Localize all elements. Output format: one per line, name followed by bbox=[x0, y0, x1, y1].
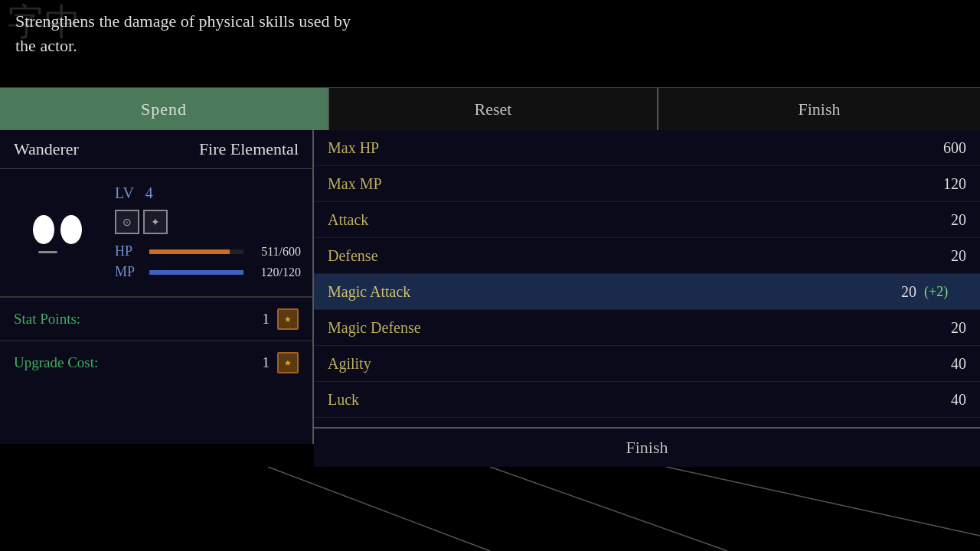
finish-bottom-button[interactable]: Finish bbox=[314, 429, 980, 467]
character-panel: Wanderer Fire Elemental LV 4 ⊙ ✦ bbox=[0, 130, 314, 444]
bg-decorative-lines bbox=[0, 467, 980, 551]
hp-bar-container bbox=[149, 249, 243, 254]
character-header: Wanderer Fire Elemental bbox=[0, 130, 312, 169]
hp-value: 511/600 bbox=[251, 245, 301, 259]
stat-label-6: Agility bbox=[328, 355, 936, 373]
stat-label-7: Luck bbox=[328, 391, 936, 409]
svg-line-0 bbox=[268, 467, 490, 551]
stat-label-0: Max HP bbox=[328, 139, 936, 157]
stat-value-2: 20 bbox=[936, 211, 966, 229]
character-body: LV 4 ⊙ ✦ HP 511/600 MP bbox=[0, 169, 312, 297]
lv-label: LV bbox=[115, 184, 134, 202]
stat-value-7: 40 bbox=[936, 391, 966, 409]
main-content: Wanderer Fire Elemental LV 4 ⊙ ✦ bbox=[0, 130, 980, 444]
lv-value: 4 bbox=[145, 184, 153, 202]
stat-row-agility[interactable]: Agility40 bbox=[314, 346, 980, 382]
stats-panel: Max HP600Max MP120Attack20Defense20Magic… bbox=[314, 130, 980, 444]
character-name: Wanderer bbox=[14, 139, 79, 159]
button-row: Spend Reset Finish bbox=[0, 88, 980, 130]
upgrade-cost-number: 1 bbox=[263, 354, 270, 371]
stat-label-4: Magic Attack bbox=[328, 283, 886, 301]
mp-bar-fill bbox=[149, 270, 243, 275]
character-stats-left: LV 4 ⊙ ✦ HP 511/600 MP bbox=[115, 181, 301, 285]
finish-top-button[interactable]: Finish bbox=[658, 88, 980, 130]
stat-row-magic-defense[interactable]: Magic Defense20 bbox=[314, 310, 980, 346]
mp-bar-container bbox=[149, 270, 243, 275]
stat-row-max-mp[interactable]: Max MP120 bbox=[314, 166, 980, 202]
hp-row: HP 511/600 bbox=[115, 243, 301, 259]
stat-value-4: 20 bbox=[886, 283, 916, 301]
icon-box-1[interactable]: ⊙ bbox=[115, 210, 139, 234]
sprite-eye-right bbox=[60, 215, 82, 244]
sprite-mouth bbox=[38, 251, 57, 253]
description-text: Strengthens the damage of physical skill… bbox=[15, 9, 965, 58]
stat-points-value: 1 ★ bbox=[263, 308, 299, 330]
hp-bar-fill bbox=[149, 249, 230, 254]
mp-label: MP bbox=[115, 264, 142, 280]
upgrade-cost-value: 1 ★ bbox=[263, 352, 299, 373]
character-sprite bbox=[11, 181, 103, 272]
stat-row-luck[interactable]: Luck40 bbox=[314, 382, 980, 418]
description-area: 字中 Strengthens the damage of physical sk… bbox=[0, 0, 980, 88]
stat-value-3: 20 bbox=[936, 247, 966, 265]
stat-value-1: 120 bbox=[936, 175, 966, 193]
mp-value: 120/120 bbox=[251, 266, 301, 279]
icon-box-2[interactable]: ✦ bbox=[143, 210, 168, 234]
svg-line-2 bbox=[666, 467, 980, 536]
stat-bonus-4: (+2) bbox=[924, 284, 966, 300]
hp-label: HP bbox=[115, 243, 142, 259]
stat-value-6: 40 bbox=[936, 355, 966, 373]
stat-row-attack[interactable]: Attack20 bbox=[314, 202, 980, 238]
svg-line-1 bbox=[490, 467, 727, 551]
stat-row-max-hp[interactable]: Max HP600 bbox=[314, 130, 980, 166]
stat-label-2: Attack bbox=[328, 211, 936, 229]
character-class: Fire Elemental bbox=[199, 139, 299, 159]
stat-label-5: Magic Defense bbox=[328, 319, 936, 337]
reset-button[interactable]: Reset bbox=[329, 88, 658, 130]
stat-label-1: Max MP bbox=[328, 175, 936, 193]
stat-value-5: 20 bbox=[936, 319, 966, 337]
icons-row: ⊙ ✦ bbox=[115, 210, 301, 234]
stat-row-magic-attack[interactable]: Magic Attack20(+2) bbox=[314, 274, 980, 310]
upgrade-cost-row: Upgrade Cost: 1 ★ bbox=[0, 341, 312, 384]
mp-row: MP 120/120 bbox=[115, 264, 301, 280]
stat-points-number: 1 bbox=[263, 311, 270, 328]
sprite-face bbox=[19, 188, 96, 265]
stat-label-3: Defense bbox=[328, 247, 936, 265]
stat-value-0: 600 bbox=[936, 139, 966, 157]
lv-row: LV 4 bbox=[115, 184, 301, 202]
stat-points-currency-icon: ★ bbox=[277, 308, 299, 330]
sprite-eye-left bbox=[33, 215, 54, 244]
stat-points-label: Stat Points: bbox=[14, 311, 80, 328]
stat-points-row: Stat Points: 1 ★ bbox=[0, 297, 312, 341]
finish-bottom-row: Finish bbox=[314, 427, 980, 467]
spend-button[interactable]: Spend bbox=[0, 88, 329, 130]
stat-row-defense[interactable]: Defense20 bbox=[314, 238, 980, 274]
upgrade-cost-label: Upgrade Cost: bbox=[14, 354, 98, 371]
upgrade-cost-currency-icon: ★ bbox=[277, 352, 299, 373]
